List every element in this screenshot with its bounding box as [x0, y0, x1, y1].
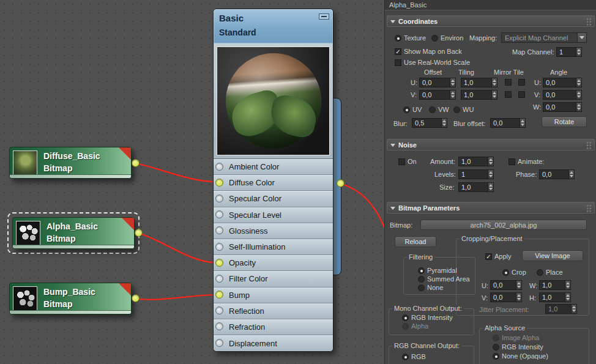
input-socket-diffuse-color[interactable] [215, 179, 223, 187]
input-socket-bump[interactable] [215, 291, 223, 299]
mapping-dropdown[interactable]: Explicit Map Channel [501, 32, 587, 43]
spinner-arrows-icon[interactable] [565, 293, 570, 302]
bump-output-socket[interactable] [132, 294, 140, 302]
spinner-arrows-icon[interactable] [488, 157, 493, 166]
slot-ambient-color[interactable]: Ambient Color [214, 159, 333, 175]
environ-radio[interactable] [431, 35, 438, 42]
blur-offset-spinner[interactable]: 0,0 [490, 118, 526, 128]
crop-radio[interactable] [502, 269, 509, 276]
material-output-socket[interactable] [337, 179, 345, 187]
spinner-arrows-icon[interactable] [488, 170, 493, 179]
u-offset-spinner[interactable]: 0,0 [419, 78, 456, 87]
levels-spinner[interactable]: 1 [458, 169, 494, 179]
pyramidal-radio[interactable] [418, 267, 425, 274]
none-opaque-radio[interactable] [493, 353, 499, 360]
wu-radio[interactable] [453, 106, 460, 113]
slot-specular-color[interactable]: Specular Color [214, 191, 333, 207]
mono-rgb-intensity-radio[interactable] [402, 314, 409, 321]
crop-w-spinner[interactable]: 1,0 [539, 280, 571, 290]
input-socket-specular-color[interactable] [215, 195, 223, 202]
texture-radio[interactable] [395, 35, 401, 42]
input-socket-ambient-color[interactable] [215, 163, 223, 171]
summed-area-radio[interactable] [418, 276, 425, 283]
spinner-arrows-icon[interactable] [491, 91, 497, 99]
spinner-arrows-icon[interactable] [576, 103, 581, 111]
spinner-arrows-icon[interactable] [450, 78, 455, 87]
rotate-button[interactable]: Rotate [542, 116, 587, 127]
wire-opacity[interactable] [138, 233, 215, 262]
slot-self-illumination[interactable]: Self-Illumination [214, 239, 333, 255]
slot-opacity[interactable]: Opacity [214, 255, 333, 271]
input-socket-glossiness[interactable] [215, 226, 223, 234]
place-radio[interactable] [537, 269, 543, 276]
v-tile-checkbox[interactable] [518, 91, 525, 98]
apply-checkbox[interactable] [485, 253, 492, 260]
rollout-bitmap-parameters[interactable]: Bitmap Parameters [387, 202, 595, 214]
use-real-world-scale-checkbox[interactable] [395, 59, 401, 66]
spinner-arrows-icon[interactable] [488, 183, 493, 191]
w-angle-spinner[interactable]: 0,0 [543, 102, 582, 112]
input-socket-specular-level[interactable] [215, 210, 223, 218]
input-socket-filter-color[interactable] [215, 275, 223, 283]
spinner-arrows-icon[interactable] [491, 78, 497, 87]
alpha-output-socket[interactable] [135, 229, 143, 237]
input-socket-self-illumination[interactable] [215, 243, 223, 251]
node-graph-canvas[interactable]: Basic Standard Ambient Color Diffuse Col… [0, 0, 384, 364]
rgb-radio[interactable] [402, 354, 409, 360]
u-angle-spinner[interactable]: 0,0 [543, 78, 582, 87]
bitmap-node-diffuse[interactable]: Diffuse_Basic Bitmap [9, 147, 132, 179]
jitter-placement-spinner[interactable]: 1,0 [545, 304, 577, 314]
slot-bump[interactable]: Bump [214, 288, 333, 303]
image-alpha-radio[interactable] [493, 335, 499, 341]
slot-refraction[interactable]: Refraction [214, 319, 333, 335]
spinner-arrows-icon[interactable] [576, 91, 581, 99]
rollout-coordinates[interactable]: Coordinates [387, 15, 595, 27]
collapse-node-icon[interactable] [319, 13, 329, 20]
u-tiling-spinner[interactable]: 1,0 [461, 78, 497, 87]
animate-checkbox[interactable] [508, 158, 515, 165]
input-socket-opacity[interactable] [215, 259, 223, 267]
spinner-arrows-icon[interactable] [568, 170, 574, 179]
input-socket-reflection[interactable] [215, 306, 223, 314]
mono-alpha-radio[interactable] [402, 323, 409, 330]
uv-radio[interactable] [403, 106, 410, 113]
spinner-arrows-icon[interactable] [576, 48, 581, 56]
phase-spinner[interactable]: 0,0 [539, 169, 575, 179]
dropdown-arrow-icon[interactable] [577, 33, 586, 42]
spinner-arrows-icon[interactable] [520, 119, 525, 127]
u-mirror-checkbox[interactable] [505, 79, 512, 86]
input-socket-displacement[interactable] [215, 339, 223, 347]
alpha-source-rgb-intensity-radio[interactable] [493, 344, 499, 351]
spinner-arrows-icon[interactable] [516, 281, 521, 289]
u-tile-checkbox[interactable] [518, 79, 525, 86]
show-map-on-back-checkbox[interactable] [395, 48, 401, 55]
spinner-arrows-icon[interactable] [565, 281, 570, 289]
crop-u-spinner[interactable]: 0,0 [490, 280, 522, 290]
slot-filter-color[interactable]: Filter Color [214, 271, 333, 287]
slot-displacement[interactable]: Displacement [214, 335, 333, 351]
size-spinner[interactable]: 1,0 [458, 182, 494, 192]
slot-reflection[interactable]: Reflection [214, 303, 333, 319]
v-tiling-spinner[interactable]: 1,0 [461, 90, 497, 100]
spinner-arrows-icon[interactable] [576, 78, 581, 87]
v-mirror-checkbox[interactable] [505, 91, 512, 98]
slot-specular-level[interactable]: Specular Level [214, 207, 333, 223]
v-offset-spinner[interactable]: 0,0 [419, 90, 456, 100]
amount-spinner[interactable]: 1,0 [458, 157, 494, 166]
vw-radio[interactable] [429, 106, 436, 113]
bitmap-node-bump[interactable]: Bump_Basic Bitmap [9, 283, 132, 314]
spinner-arrows-icon[interactable] [450, 91, 455, 99]
basic-node-header[interactable]: Basic Standard [214, 9, 333, 43]
none-filter-radio[interactable] [418, 284, 425, 291]
reload-button[interactable]: Reload [395, 236, 436, 247]
map-channel-spinner[interactable]: 1 [556, 47, 582, 57]
wire-diffuse[interactable] [136, 163, 215, 182]
view-image-button[interactable]: View Image [522, 250, 583, 261]
bitmap-node-alpha[interactable]: Alpha_Basic Bitmap [12, 217, 135, 249]
rollout-noise[interactable]: Noise [387, 139, 595, 150]
spinner-arrows-icon[interactable] [516, 293, 521, 302]
blur-spinner[interactable]: 0,5 [412, 118, 447, 128]
input-socket-refraction[interactable] [215, 322, 223, 330]
crop-v-spinner[interactable]: 0,0 [490, 292, 522, 302]
diffuse-output-socket[interactable] [132, 159, 140, 167]
